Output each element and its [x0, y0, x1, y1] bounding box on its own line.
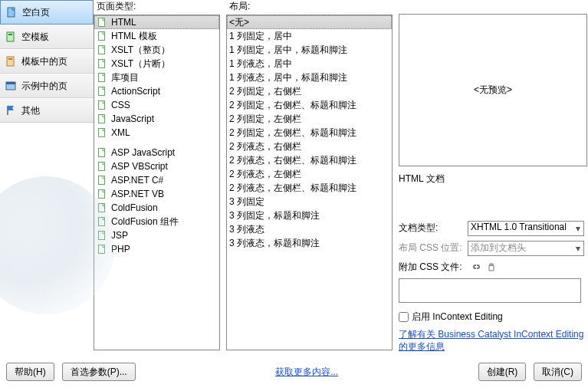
layout-item[interactable]: 3 列固定	[227, 195, 392, 209]
page-type-item[interactable]: XSLT（片断）	[94, 57, 219, 71]
page-type-panel: 页面类型: HTMLHTML 模板XSLT（整页）XSLT（片断）库项目Acti…	[94, 0, 220, 353]
page-type-item[interactable]: XML	[94, 126, 219, 140]
page-type-item-label: HTML	[111, 15, 136, 29]
create-button[interactable]: 创建(R)	[478, 363, 527, 381]
page-type-item[interactable]: PHP	[94, 242, 219, 256]
page-type-item[interactable]: ColdFusion 组件	[94, 215, 219, 228]
svg-rect-20	[99, 204, 105, 212]
svg-rect-17	[99, 163, 105, 171]
nav-item-sample-page[interactable]: 示例中的页	[0, 74, 94, 98]
attach-css-box[interactable]	[399, 278, 581, 303]
layout-item[interactable]: 3 列固定，标题和脚注	[227, 209, 392, 222]
svg-rect-13	[99, 101, 105, 110]
file-icon	[97, 230, 107, 241]
svg-rect-22	[99, 232, 105, 240]
svg-rect-15	[99, 129, 105, 137]
page-type-item-label: CSS	[111, 98, 130, 112]
svg-rect-4	[8, 58, 12, 60]
page-type-item-label: ActionScript	[111, 84, 160, 98]
layout-item[interactable]: 1 列固定，居中	[227, 29, 392, 43]
doctype-value: XHTML 1.0 Transitional	[471, 222, 567, 232]
file-icon	[97, 31, 107, 41]
layout-item-label: 1 列固定，居中，标题和脚注	[229, 43, 347, 57]
nav-item-blank-page[interactable]: 空白页	[0, 0, 94, 25]
svg-rect-18	[99, 176, 105, 185]
layout-item-label: 1 列固定，居中	[229, 29, 292, 43]
layout-item[interactable]: 3 列液态	[227, 222, 392, 236]
layout-item[interactable]: 1 列液态，居中，标题和脚注	[227, 71, 392, 84]
page-type-item[interactable]: 库项目	[94, 71, 219, 84]
page-type-item-label: ASP VBScript	[111, 159, 168, 173]
layout-item-label: 3 列液态，标题和脚注	[229, 236, 320, 250]
layout-item[interactable]: 1 列固定，居中，标题和脚注	[227, 43, 392, 57]
delete-icon[interactable]	[486, 261, 497, 272]
preview-description: HTML 文档	[399, 172, 587, 186]
file-icon	[97, 58, 107, 69]
page-type-item[interactable]: XSLT（整页）	[94, 43, 219, 57]
svg-rect-2	[8, 34, 12, 35]
svg-rect-8	[99, 32, 105, 41]
sample-page-icon	[5, 80, 17, 92]
page-type-item[interactable]: CSS	[94, 98, 219, 112]
layout-item[interactable]: 2 列液态，右侧栏、标题和脚注	[227, 153, 392, 167]
layout-item-label: 2 列固定，右侧栏	[229, 84, 301, 98]
file-icon	[97, 202, 107, 213]
csspos-select: 添加到文档头	[468, 241, 584, 256]
layout-item[interactable]: 3 列液态，标题和脚注	[227, 236, 392, 250]
page-type-item[interactable]: ASP.NET C#	[94, 173, 219, 187]
page-type-item[interactable]: JavaScript	[94, 112, 219, 126]
layout-item[interactable]: 2 列固定，左侧栏	[227, 112, 392, 126]
cancel-button[interactable]: 取消(C)	[534, 363, 582, 381]
doctype-label: 文档类型:	[399, 222, 465, 235]
svg-rect-1	[7, 32, 14, 41]
layout-item[interactable]: 2 列液态，右侧栏	[227, 140, 392, 153]
layout-item[interactable]: 1 列液态，居中	[227, 57, 392, 71]
nav-item-label: 其他	[21, 104, 40, 117]
page-type-item[interactable]: HTML 模板	[94, 29, 219, 43]
layout-item[interactable]: 2 列固定，左侧栏、标题和脚注	[227, 126, 392, 140]
layout-item[interactable]: 2 列固定，右侧栏、标题和脚注	[227, 98, 392, 112]
page-type-item-label: ASP.NET VB	[111, 187, 164, 201]
nav-item-other[interactable]: 其他	[0, 98, 94, 123]
incontext-info-link[interactable]: 了解有关 Business Catalyst InContext Editing…	[399, 328, 587, 353]
page-type-item[interactable]: HTML	[94, 15, 219, 29]
svg-rect-6	[6, 82, 15, 84]
page-type-list[interactable]: HTMLHTML 模板XSLT（整页）XSLT（片断）库项目ActionScri…	[94, 15, 220, 350]
page-type-item-label: XSLT（整页）	[111, 43, 170, 57]
page-type-item[interactable]: ASP VBScript	[94, 159, 219, 173]
page-type-item[interactable]: ColdFusion	[94, 201, 219, 215]
layout-item-label: 2 列固定，右侧栏、标题和脚注	[229, 98, 356, 112]
page-type-item[interactable]: JSP	[94, 228, 219, 242]
nav-item-blank-template[interactable]: 空模板	[0, 25, 94, 49]
layout-item[interactable]: 2 列固定，右侧栏	[227, 84, 392, 98]
svg-rect-12	[99, 87, 105, 96]
link-icon[interactable]	[471, 261, 481, 272]
flag-icon	[5, 104, 17, 117]
help-button[interactable]: 帮助(H)	[6, 363, 54, 381]
page-type-item[interactable]: ASP.NET VB	[94, 187, 219, 201]
layout-item[interactable]: 2 列液态，左侧栏	[227, 167, 392, 181]
file-icon	[97, 147, 107, 158]
layout-item-label: 3 列固定，标题和脚注	[229, 209, 320, 222]
get-more-link[interactable]: 获取更多内容...	[275, 366, 338, 377]
nav-item-page-from-template[interactable]: 模板中的页	[0, 49, 94, 74]
page-type-item-label: JavaScript	[111, 112, 154, 126]
svg-rect-3	[7, 57, 14, 66]
svg-rect-11	[99, 74, 105, 82]
category-nav: 空白页 空模板 模板中的页 示例中的页 其他	[0, 0, 94, 353]
layout-list[interactable]: <无>1 列固定，居中1 列固定，居中，标题和脚注1 列液态，居中1 列液态，居…	[226, 15, 393, 350]
layout-item[interactable]: <无>	[227, 15, 392, 29]
page-type-item[interactable]: ActionScript	[94, 84, 219, 98]
layout-item[interactable]: 2 列液态，左侧栏、标题和脚注	[227, 181, 392, 195]
page-type-item-label: JSP	[111, 228, 128, 242]
doctype-select[interactable]: XHTML 1.0 Transitional	[468, 221, 584, 236]
page-type-item[interactable]: ASP JavaScript	[94, 146, 219, 159]
page-from-template-icon	[5, 55, 17, 67]
incontext-checkbox[interactable]	[399, 312, 409, 322]
prefs-button[interactable]: 首选参数(P)...	[62, 363, 136, 381]
file-icon	[97, 17, 107, 28]
page-type-header: 页面类型:	[94, 0, 220, 15]
svg-rect-9	[99, 46, 105, 54]
layout-header: 布局:	[226, 0, 393, 15]
svg-rect-23	[99, 245, 105, 254]
